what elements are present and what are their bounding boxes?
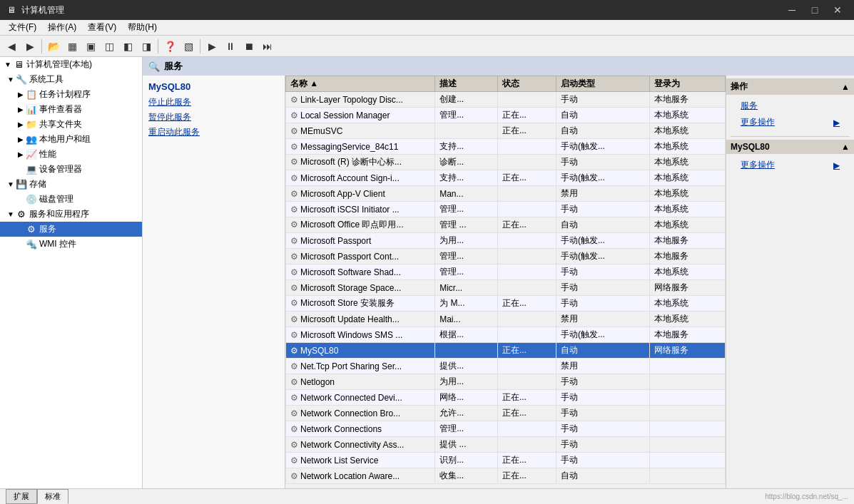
- expand-system-tools[interactable]: ▼: [6, 75, 16, 85]
- tree-event-viewer[interactable]: ▶ 📊 事件查看器: [0, 102, 142, 117]
- menu-file[interactable]: 文件(F): [3, 20, 42, 35]
- table-row[interactable]: ⚙MEmuSVC正在...自动本地系统: [286, 123, 726, 139]
- maximize-button[interactable]: □: [804, 0, 825, 20]
- table-row[interactable]: ⚙Microsoft Passport Cont...管理...手动(触发...…: [286, 249, 726, 264]
- toolbar-btn7[interactable]: ▧: [180, 38, 197, 55]
- table-row[interactable]: ⚙Microsoft Store 安装服务为 M...正在...手动本地系统: [286, 296, 726, 312]
- service-name-cell: ⚙Link-Layer Topology Disc...: [286, 92, 435, 108]
- ops-services-link[interactable]: 服务: [732, 98, 848, 114]
- tree-task-scheduler[interactable]: ▶ 📋 任务计划程序: [0, 87, 142, 102]
- expand-perf[interactable]: ▶: [16, 150, 26, 160]
- expand-device[interactable]: [16, 165, 26, 175]
- tree-services-apps[interactable]: ▼ ⚙ 服务和应用程序: [0, 207, 142, 222]
- tree-device-manager[interactable]: 💻 设备管理器: [0, 162, 142, 177]
- service-startup-cell: 手动(触发...: [556, 233, 649, 249]
- table-row[interactable]: ⚙Microsoft Office 即点即用...管理 ...正在...自动本地…: [286, 217, 726, 233]
- col-name[interactable]: 名称 ▲: [286, 76, 435, 92]
- table-row[interactable]: ⚙Link-Layer Topology Disc...创建...手动本地服务: [286, 92, 726, 108]
- table-row[interactable]: ⚙Network Connectivity Ass...提供 ...手动: [286, 437, 726, 453]
- ops-title-1[interactable]: 操作 ▲: [726, 78, 854, 95]
- stop-service-link[interactable]: 停止此服务: [148, 96, 279, 108]
- toolbar-sep-2: [158, 39, 158, 53]
- show-hide-button[interactable]: ▦: [63, 38, 81, 55]
- table-row[interactable]: ⚙Network Connection Bro...允许...正在...手动: [286, 406, 726, 421]
- table-row[interactable]: ⚙Microsoft Windows SMS ...根据...手动(触发...本…: [286, 327, 726, 343]
- table-row[interactable]: ⚙Microsoft Account Sign-i...支持...正在...手动…: [286, 170, 726, 186]
- watermark: https://blog.csdn.net/sq_...: [765, 493, 848, 500]
- tree-storage[interactable]: ▼ 💾 存储: [0, 177, 142, 192]
- tree-disk-mgmt[interactable]: 💿 磁盘管理: [0, 192, 142, 207]
- toolbar-btn3[interactable]: ▣: [82, 38, 99, 55]
- tree-wmi[interactable]: 🔩 WMI 控件: [0, 237, 142, 252]
- tree-performance[interactable]: ▶ 📈 性能: [0, 147, 142, 162]
- table-row[interactable]: ⚙Microsoft App-V ClientMan...禁用本地系统: [286, 186, 726, 202]
- service-name-cell: ⚙MEmuSVC: [286, 123, 435, 139]
- col-desc[interactable]: 描述: [435, 76, 498, 92]
- menu-action[interactable]: 操作(A): [42, 20, 82, 35]
- tree-shared-folders[interactable]: ▶ 📁 共享文件夹: [0, 117, 142, 132]
- help-button[interactable]: ❓: [161, 38, 178, 55]
- tab-extended[interactable]: 扩展: [6, 489, 37, 504]
- tree-services[interactable]: ⚙ 服务: [0, 222, 142, 237]
- table-row[interactable]: ⚙Network List Service识别...正在...手动: [286, 453, 726, 468]
- table-row[interactable]: ⚙Network Connections管理...手动: [286, 421, 726, 437]
- fast-forward-button[interactable]: ⏭: [259, 38, 276, 55]
- tree-root[interactable]: ▼ 🖥 计算机管理(本地): [0, 57, 142, 72]
- close-button[interactable]: ✕: [827, 0, 848, 20]
- expand-task[interactable]: ▶: [16, 90, 26, 100]
- expand-shared[interactable]: ▶: [16, 120, 26, 130]
- table-row[interactable]: ⚙Microsoft Passport为用...手动(触发...本地服务: [286, 233, 726, 249]
- task-icon: 📋: [26, 89, 37, 101]
- tab-standard[interactable]: 标准: [37, 489, 68, 504]
- stop-button[interactable]: ⏹: [240, 38, 258, 55]
- menu-help[interactable]: 帮助(H): [122, 20, 163, 35]
- action-panel: MySQL80 停止此服务 暂停此服务 重启动此服务: [143, 76, 285, 488]
- col-login[interactable]: 登录为: [649, 76, 725, 92]
- table-row[interactable]: ⚙MessagingService_84c11支持...手动(触发...本地系统: [286, 139, 726, 155]
- toolbar-btn4[interactable]: ◫: [101, 38, 118, 55]
- table-row[interactable]: ⚙Microsoft Storage Space...Micr...手动网络服务: [286, 280, 726, 296]
- pause-service-link[interactable]: 暂停此服务: [148, 111, 279, 123]
- ops-more-actions-1[interactable]: 更多操作 ▶: [732, 114, 848, 130]
- table-row[interactable]: ⚙Netlogon为用...手动: [286, 374, 726, 390]
- table-row[interactable]: ⚙Network Location Aware...收集...正在...自动: [286, 468, 726, 484]
- table-row[interactable]: ⚙Net.Tcp Port Sharing Ser...提供...禁用: [286, 359, 726, 374]
- pause-button[interactable]: ⏸: [222, 38, 239, 55]
- table-row[interactable]: ⚙Microsoft Update Health...Mai...禁用本地系统: [286, 312, 726, 327]
- toolbar-btn5[interactable]: ◧: [119, 38, 136, 55]
- expand-users[interactable]: ▶: [16, 135, 26, 145]
- table-row[interactable]: ⚙MySQL80正在...自动网络服务: [286, 343, 726, 359]
- table-row[interactable]: ⚙Microsoft iSCSI Initiator ...管理...手动本地系…: [286, 202, 726, 217]
- menu-view[interactable]: 查看(V): [82, 20, 122, 35]
- expand-event[interactable]: ▶: [16, 105, 26, 115]
- tree-local-users[interactable]: ▶ 👥 本地用户和组: [0, 132, 142, 147]
- expand-services[interactable]: [16, 225, 26, 235]
- col-status[interactable]: 状态: [497, 76, 556, 92]
- service-name-cell: ⚙Microsoft Software Shad...: [286, 264, 435, 280]
- toolbar-btn6[interactable]: ◨: [138, 38, 155, 55]
- tree-system-tools[interactable]: ▼ 🔧 系统工具: [0, 72, 142, 87]
- ops-collapse-1: ▲: [841, 82, 850, 92]
- service-name-cell: ⚙MessagingService_84c11: [286, 139, 435, 155]
- play-button[interactable]: ▶: [203, 38, 220, 55]
- service-status-cell: 正在...: [497, 468, 556, 484]
- table-row[interactable]: ⚙Local Session Manager管理...正在...自动本地系统: [286, 108, 726, 123]
- restart-service-link[interactable]: 重启动此服务: [148, 126, 279, 138]
- expand-root[interactable]: ▼: [3, 60, 13, 70]
- service-desc-cell: 允许...: [435, 406, 498, 421]
- forward-button[interactable]: ▶: [21, 38, 39, 55]
- up-button[interactable]: 📂: [45, 38, 62, 55]
- col-startup[interactable]: 启动类型: [556, 76, 649, 92]
- minimize-button[interactable]: ─: [781, 0, 803, 20]
- service-login-cell: [649, 453, 725, 468]
- table-row[interactable]: ⚙Microsoft (R) 诊断中心标...诊断...手动本地系统: [286, 155, 726, 170]
- expand-storage[interactable]: ▼: [6, 180, 16, 190]
- table-row[interactable]: ⚙Microsoft Software Shad...管理...手动本地系统: [286, 264, 726, 280]
- ops-more-actions-2[interactable]: 更多操作 ▶: [732, 157, 848, 173]
- ops-title-2[interactable]: MySQL80 ▲: [726, 140, 854, 154]
- expand-disk[interactable]: [16, 195, 26, 205]
- table-row[interactable]: ⚙Network Connected Devi...网络...正在...手动: [286, 390, 726, 406]
- expand-services-apps[interactable]: ▼: [6, 210, 16, 220]
- back-button[interactable]: ◀: [3, 38, 20, 55]
- expand-wmi[interactable]: [16, 240, 26, 250]
